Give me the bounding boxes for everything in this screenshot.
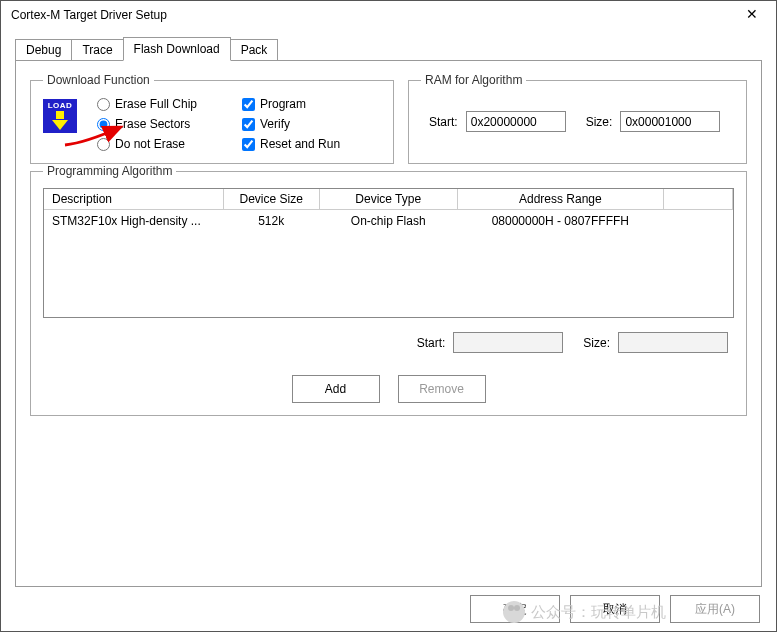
tab-panel-flash-download: Download Function LOAD: [15, 60, 762, 587]
check-reset-and-run-input[interactable]: [242, 138, 255, 151]
erase-radio-group: Erase Full Chip Erase Sectors Do not Era…: [97, 97, 232, 151]
radio-do-not-erase-input[interactable]: [97, 138, 110, 151]
group-download-function: Download Function LOAD: [30, 73, 394, 164]
close-icon[interactable]: ✕: [736, 5, 768, 25]
cell-device-size: 512k: [223, 210, 319, 233]
tab-debug[interactable]: Debug: [15, 39, 72, 61]
apply-button: 应用(A): [670, 595, 760, 623]
window-title: Cortex-M Target Driver Setup: [11, 8, 736, 22]
algorithm-table: Description Device Size Device Type Addr…: [44, 189, 733, 232]
remove-button: Remove: [398, 375, 486, 403]
radio-erase-full-chip[interactable]: Erase Full Chip: [97, 97, 232, 111]
group-programming-legend: Programming Algorithm: [43, 164, 176, 178]
check-program-label: Program: [260, 97, 306, 111]
check-program-input[interactable]: [242, 98, 255, 111]
group-programming-algorithm: Programming Algorithm Description Device…: [30, 164, 747, 416]
radio-erase-full-chip-input[interactable]: [97, 98, 110, 111]
check-program[interactable]: Program: [242, 97, 340, 111]
load-icon-wrap: LOAD: [43, 97, 87, 133]
cell-description: STM32F10x High-density ...: [44, 210, 223, 233]
ram-start-input[interactable]: [466, 111, 566, 132]
option-checkboxes: Program Verify Reset and Run: [242, 97, 340, 151]
ok-button[interactable]: 确定: [470, 595, 560, 623]
cell-device-type: On-chip Flash: [319, 210, 457, 233]
cell-blank: [664, 210, 733, 233]
group-ram-for-algorithm: RAM for Algorithm Start: Size:: [408, 73, 747, 164]
algo-start-input: [453, 332, 563, 353]
check-verify-input[interactable]: [242, 118, 255, 131]
col-header-blank[interactable]: [664, 189, 733, 210]
group-download-function-legend: Download Function: [43, 73, 154, 87]
col-header-device-size[interactable]: Device Size: [223, 189, 319, 210]
radio-erase-sectors[interactable]: Erase Sectors: [97, 117, 232, 131]
radio-erase-sectors-input[interactable]: [97, 118, 110, 131]
tab-pack[interactable]: Pack: [230, 39, 279, 61]
top-row: Download Function LOAD: [30, 73, 747, 164]
algo-size-label: Size:: [583, 336, 610, 350]
algorithm-table-container[interactable]: Description Device Size Device Type Addr…: [43, 188, 734, 318]
algo-start-size-row: Start: Size:: [43, 332, 734, 353]
check-verify-label: Verify: [260, 117, 290, 131]
radio-erase-full-chip-label: Erase Full Chip: [115, 97, 197, 111]
check-reset-and-run-label: Reset and Run: [260, 137, 340, 151]
titlebar: Cortex-M Target Driver Setup ✕: [1, 1, 776, 29]
check-reset-and-run[interactable]: Reset and Run: [242, 137, 340, 151]
radio-do-not-erase-label: Do not Erase: [115, 137, 185, 151]
col-header-description[interactable]: Description: [44, 189, 223, 210]
check-verify[interactable]: Verify: [242, 117, 340, 131]
col-header-address-range[interactable]: Address Range: [457, 189, 664, 210]
cancel-button[interactable]: 取消: [570, 595, 660, 623]
algo-button-row: Add Remove: [43, 375, 734, 403]
algorithm-table-header: Description Device Size Device Type Addr…: [44, 189, 733, 210]
tab-trace[interactable]: Trace: [71, 39, 123, 61]
cell-address-range: 08000000H - 0807FFFFH: [457, 210, 664, 233]
algo-start-label: Start:: [417, 336, 446, 350]
dialog-footer: 公众号：玩转单片机 确定 取消 应用(A): [1, 587, 776, 631]
add-button[interactable]: Add: [292, 375, 380, 403]
radio-do-not-erase[interactable]: Do not Erase: [97, 137, 232, 151]
tab-flash-download[interactable]: Flash Download: [123, 37, 231, 61]
ram-size-input[interactable]: [620, 111, 720, 132]
table-row[interactable]: STM32F10x High-density ... 512k On-chip …: [44, 210, 733, 233]
group-ram-legend: RAM for Algorithm: [421, 73, 526, 87]
client-area: Debug Trace Flash Download Pack Download…: [1, 29, 776, 587]
algo-size-input: [618, 332, 728, 353]
ram-start-label: Start:: [429, 115, 458, 129]
load-icon: LOAD: [43, 99, 77, 133]
radio-erase-sectors-label: Erase Sectors: [115, 117, 190, 131]
col-header-device-type[interactable]: Device Type: [319, 189, 457, 210]
tab-strip: Debug Trace Flash Download Pack: [15, 37, 762, 61]
dialog-window: Cortex-M Target Driver Setup ✕ Debug Tra…: [0, 0, 777, 632]
ram-size-label: Size:: [586, 115, 613, 129]
